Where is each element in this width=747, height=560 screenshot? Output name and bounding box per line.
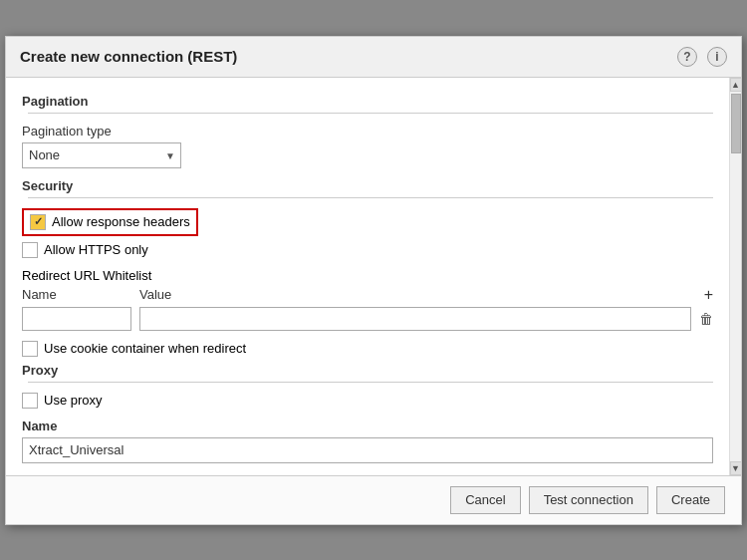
security-divider-line [28, 197, 713, 198]
whitelist-section: Redirect URL Whitelist Name Value + 🗑 [22, 268, 713, 331]
use-proxy-checkbox[interactable] [22, 393, 38, 409]
name-section-label: Name [22, 419, 713, 433]
whitelist-label: Redirect URL Whitelist [22, 268, 151, 283]
name-section: Name [22, 419, 713, 463]
proxy-divider [22, 382, 713, 383]
whitelist-header: Redirect URL Whitelist [22, 268, 713, 283]
proxy-section: Proxy Use proxy [22, 363, 713, 409]
cancel-button[interactable]: Cancel [450, 486, 520, 514]
allow-response-headers-checkbox[interactable]: ✓ [30, 214, 46, 230]
info-button[interactable]: i [707, 47, 727, 67]
allow-response-headers-label: Allow response headers [52, 214, 190, 229]
proxy-section-label: Proxy [22, 363, 713, 378]
pagination-divider-line [28, 113, 713, 114]
allow-response-headers-highlighted: ✓ Allow response headers [22, 208, 198, 236]
allow-https-only-checkbox[interactable] [22, 242, 38, 258]
scrollbar-down-arrow[interactable]: ▼ [730, 461, 742, 475]
cookie-container-row: Use cookie container when redirect [22, 341, 713, 357]
dialog-header: Create new connection (REST) ? i [6, 37, 741, 78]
security-section-label: Security [22, 178, 713, 193]
whitelist-value-input[interactable] [139, 307, 691, 331]
whitelist-row: 🗑 [22, 307, 713, 331]
create-connection-dialog: Create new connection (REST) ? i Paginat… [5, 36, 742, 525]
header-icons: ? i [677, 47, 727, 67]
create-button[interactable]: Create [656, 486, 725, 514]
add-whitelist-row-button[interactable]: + [704, 287, 713, 303]
use-proxy-label: Use proxy [44, 393, 103, 408]
cookie-container-label: Use cookie container when redirect [44, 341, 246, 356]
whitelist-value-col-label: Value [139, 287, 696, 303]
test-connection-button[interactable]: Test connection [529, 486, 648, 514]
dialog-content: Pagination Pagination type None ▼ Securi… [6, 78, 729, 475]
checkmark-icon: ✓ [34, 216, 43, 227]
help-button[interactable]: ? [677, 47, 697, 67]
pagination-type-row: Pagination type None ▼ [22, 124, 713, 168]
use-proxy-row: Use proxy [22, 393, 713, 409]
cookie-container-checkbox[interactable] [22, 341, 38, 357]
pagination-type-label: Pagination type [22, 124, 713, 139]
whitelist-name-col-label: Name [22, 287, 131, 303]
dialog-body: Pagination Pagination type None ▼ Securi… [6, 78, 741, 475]
scrollbar[interactable]: ▲ ▼ [729, 78, 741, 475]
security-divider [22, 197, 713, 198]
allow-https-only-label: Allow HTTPS only [44, 242, 148, 257]
proxy-divider-line [28, 382, 713, 383]
allow-https-only-row: Allow HTTPS only [22, 242, 713, 258]
dialog-title: Create new connection (REST) [20, 48, 237, 65]
pagination-type-select[interactable]: None [22, 142, 181, 168]
whitelist-name-input[interactable] [22, 307, 131, 331]
dialog-footer: Cancel Test connection Create [6, 475, 741, 524]
whitelist-columns: Name Value + [22, 287, 713, 303]
security-section: Security ✓ Allow response headers Allow … [22, 178, 713, 258]
scrollbar-up-arrow[interactable]: ▲ [730, 78, 742, 92]
name-input[interactable] [22, 437, 713, 463]
pagination-type-select-wrapper: None ▼ [22, 142, 181, 168]
pagination-section-label: Pagination [22, 94, 713, 109]
delete-whitelist-row-button[interactable]: 🗑 [699, 311, 713, 327]
scrollbar-thumb[interactable] [731, 94, 741, 153]
pagination-divider [22, 113, 713, 114]
